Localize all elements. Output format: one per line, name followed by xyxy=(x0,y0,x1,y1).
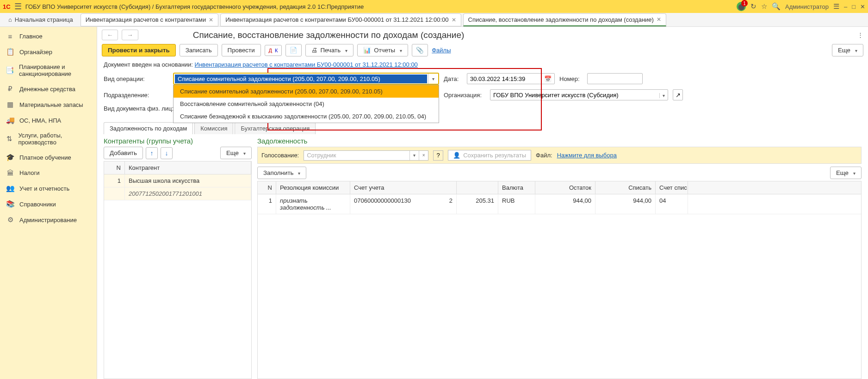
sidebar-item-education[interactable]: 🎓Платное обучение xyxy=(0,149,97,165)
save-results-label: Сохранить результаты xyxy=(463,152,526,159)
sidebar-item-refs[interactable]: 📚Справочники xyxy=(0,196,97,212)
doctab-commission[interactable]: Комиссия xyxy=(194,122,233,134)
save-results-button[interactable]: 👤 Сохранить результаты xyxy=(448,150,531,161)
home-tab[interactable]: ⌂ Начальная страница xyxy=(3,13,79,26)
sidebar-item-main[interactable]: ≡Главное xyxy=(0,29,97,44)
dropdown-icon[interactable]: ▾ xyxy=(409,151,419,160)
more-button[interactable]: Еще xyxy=(830,167,862,179)
add-button[interactable]: Добавить xyxy=(104,147,143,159)
sidebar-item-accounting[interactable]: 👥Учет и отчетность xyxy=(0,180,97,196)
vote-input[interactable]: Сотрудник ▾ × xyxy=(304,150,428,161)
clear-icon[interactable]: × xyxy=(419,151,428,160)
sidebar-item-services[interactable]: ⇅Услуги, работы, производство xyxy=(0,128,97,149)
sidebar-item-materials[interactable]: ▦Материальные запасы xyxy=(0,97,97,112)
table-row[interactable]: 1 признать задолженность ... 07060000000… xyxy=(258,194,861,214)
debit-credit-button[interactable]: ДК xyxy=(265,45,282,56)
sidebar-item-label: Денежные средства xyxy=(19,86,75,93)
post-button[interactable]: Провести xyxy=(222,44,261,56)
close-icon[interactable]: ✕ xyxy=(452,17,456,23)
operation-type-selected: Списание сомнительной задолженности (205… xyxy=(175,75,427,83)
fill-label: Заполнить xyxy=(263,169,293,176)
operation-type-label: Вид операции: xyxy=(104,75,168,82)
sidebar-item-planning[interactable]: 📑Планирование и санкционирование xyxy=(0,60,97,81)
dropdown-icon[interactable]: ▾ xyxy=(428,74,438,84)
col-account2 xyxy=(457,181,498,194)
table-row[interactable]: 1 Высшая школа искусства xyxy=(104,174,251,187)
table-row-sub[interactable]: 2007712502001771201001 xyxy=(104,187,251,200)
tab-writeoff[interactable]: Списание, восстановление задолженности п… xyxy=(463,13,666,26)
attach-button[interactable]: 📎 xyxy=(412,44,428,56)
sidebar-item-taxes[interactable]: 🏛Налоги xyxy=(0,165,97,180)
people-icon: 👥 xyxy=(6,184,15,193)
organization-label: Организация: xyxy=(444,92,485,99)
file-select-link[interactable]: Нажмите для выбора xyxy=(557,152,617,159)
reports-button[interactable]: 📊Отчеты xyxy=(357,44,408,56)
more-button[interactable]: Еще xyxy=(220,147,252,159)
combo-option[interactable]: Списание сомнительной задолженности (205… xyxy=(174,85,439,98)
chart-icon: 📊 xyxy=(363,47,371,54)
dropdown-icon[interactable] xyxy=(657,92,665,99)
organization-input[interactable]: ГОБУ ВПО Университет искусств (Субсидия) xyxy=(490,89,668,100)
col-wo-account: Счет спис xyxy=(656,181,688,194)
number-input[interactable] xyxy=(587,73,643,84)
vote-label: Голосование: xyxy=(261,152,299,159)
fill-button[interactable]: Заполнить xyxy=(257,167,306,179)
post-and-close-button[interactable]: Провести и закрыть xyxy=(102,44,176,56)
expand-button[interactable]: ↗ xyxy=(673,89,683,100)
operation-type-combo[interactable]: Списание сомнительной задолженности (205… xyxy=(173,73,439,85)
tab-inventory-doc[interactable]: Инвентаризация расчетов с контрагентами … xyxy=(220,13,461,26)
doctab-debt[interactable]: Задолженность по доходам xyxy=(104,122,193,134)
document-icon-button[interactable]: 📄 xyxy=(285,44,302,56)
page-more-icon[interactable]: ⋮ xyxy=(857,31,863,38)
notifications-icon[interactable]: ⬤ 1 xyxy=(737,2,746,11)
more-label: Еще xyxy=(838,47,850,54)
cell-counterparty: Высшая школа искусства xyxy=(125,174,251,187)
more-button[interactable]: Еще xyxy=(832,44,863,56)
move-down-button[interactable]: ↓ xyxy=(161,147,173,159)
sidebar-item-label: Платное обучение xyxy=(19,154,71,161)
cell-currency: RUB xyxy=(498,194,535,214)
combo-option[interactable]: Восстановление сомнительной задолженност… xyxy=(174,98,439,110)
search-icon[interactable]: 🔍 xyxy=(772,2,781,11)
cell-account: 07060000000000130 2 xyxy=(350,194,457,214)
date-input[interactable]: 30.03.2022 14:15:39 📅 xyxy=(467,73,555,84)
col-resolution: Резолюция комиссии xyxy=(276,181,350,194)
truck-icon: 🚚 xyxy=(6,116,15,124)
base-doc-link[interactable]: Инвентаризация расчетов с контрагентами … xyxy=(195,61,418,68)
cell-number: 1 xyxy=(104,174,125,187)
files-link[interactable]: Файлы xyxy=(432,47,451,54)
sidebar-item-organizer[interactable]: 📋Органайзер xyxy=(0,44,97,60)
operation-type-dropdown: Списание сомнительной задолженности (205… xyxy=(173,85,439,123)
nav-forward-button[interactable]: → xyxy=(122,30,138,40)
doctab-accounting[interactable]: Бухгалтерская операция xyxy=(235,122,316,134)
minimize-icon[interactable]: – xyxy=(844,3,847,10)
settings-bars-icon[interactable]: ☰ xyxy=(833,2,839,11)
department-label: Подразделение: xyxy=(104,92,168,99)
move-up-button[interactable]: ↑ xyxy=(146,147,158,159)
sidebar-item-admin[interactable]: ⚙Администрирование xyxy=(0,212,97,228)
tab-label: Инвентаризация расчетов с контрагентами xyxy=(86,16,206,23)
sidebar-item-money[interactable]: ₽Денежные средства xyxy=(0,81,97,97)
planning-icon: 📑 xyxy=(6,66,14,75)
organization-value: ГОБУ ВПО Университет искусств (Субсидия) xyxy=(493,92,619,99)
maximize-icon[interactable]: □ xyxy=(852,3,856,10)
print-button[interactable]: 🖨Печать xyxy=(305,44,353,56)
star-icon[interactable]: ☆ xyxy=(761,2,767,11)
close-window-icon[interactable]: ✕ xyxy=(860,3,865,10)
print-label: Печать xyxy=(320,47,341,54)
file-label: Файл: xyxy=(536,152,552,159)
help-button[interactable]: ? xyxy=(433,150,443,161)
user-label[interactable]: Администратор xyxy=(785,3,829,10)
close-icon[interactable]: ✕ xyxy=(209,17,213,23)
combo-option[interactable]: Списание безнадежной к взысканию задолже… xyxy=(174,110,439,123)
calendar-icon[interactable]: 📅 xyxy=(544,75,552,82)
sidebar-item-os[interactable]: 🚚ОС, НМА, НПА xyxy=(0,112,97,128)
tab-inventory[interactable]: Инвентаризация расчетов с контрагентами … xyxy=(81,13,219,26)
save-button[interactable]: Записать xyxy=(180,44,218,56)
main-menu-icon[interactable]: ☰ xyxy=(14,1,22,12)
number-label: Номер: xyxy=(559,75,583,82)
history-icon[interactable]: ↻ xyxy=(750,2,756,11)
nav-back-button[interactable]: ← xyxy=(102,30,118,40)
close-icon[interactable]: ✕ xyxy=(657,16,661,23)
home-icon: ≡ xyxy=(6,32,15,40)
